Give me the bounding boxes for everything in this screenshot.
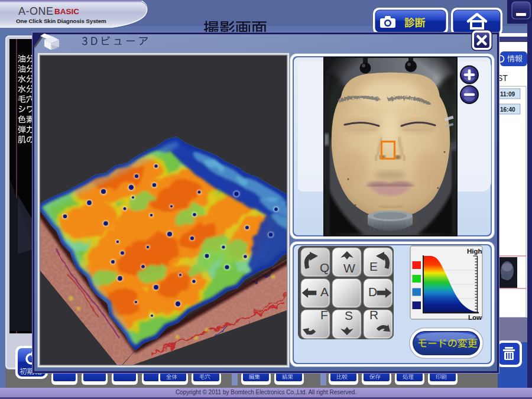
svg-text:D: D (368, 285, 377, 299)
svg-text:R: R (369, 308, 378, 322)
svg-text:E: E (369, 259, 378, 273)
svg-text:Low: Low (468, 314, 482, 321)
svg-text:High: High (467, 248, 482, 255)
svg-text:Q: Q (320, 261, 329, 274)
svg-text:S: S (345, 309, 353, 322)
svg-text:F: F (320, 308, 328, 322)
svg-text:W: W (343, 261, 355, 275)
svg-text:A: A (320, 285, 329, 299)
